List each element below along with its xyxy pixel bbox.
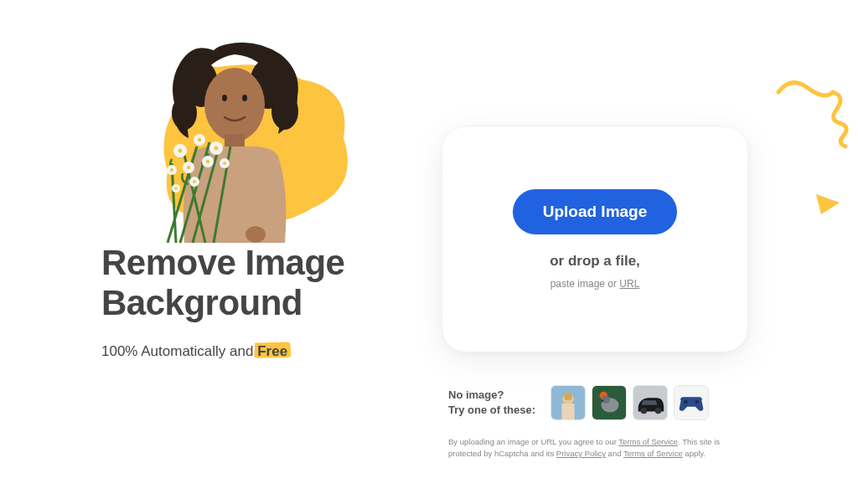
page-subhead: 100% Automatically and Free xyxy=(101,343,287,360)
legal-text-3: and xyxy=(606,449,623,458)
svg-point-24 xyxy=(223,162,226,165)
sample-images-row: No image? Try one of these: xyxy=(448,385,709,420)
squiggle-decoration xyxy=(774,71,858,155)
svg-point-39 xyxy=(695,400,699,404)
svg-point-20 xyxy=(214,147,219,151)
free-badge: Free xyxy=(257,343,287,360)
sample-thumb-controller[interactable] xyxy=(674,385,709,420)
svg-point-25 xyxy=(193,180,196,183)
sample-thumbnails xyxy=(550,385,709,420)
svg-point-4 xyxy=(204,68,265,141)
free-badge-text: Free xyxy=(257,343,287,359)
drop-file-text: or drop a file, xyxy=(550,253,640,270)
tos-link[interactable]: Terms of Service xyxy=(618,437,678,446)
legal-prefix-1: By uploading an image or URL you agree t… xyxy=(448,437,618,446)
upload-image-button[interactable]: Upload Image xyxy=(513,189,678,234)
svg-point-38 xyxy=(684,400,688,404)
svg-point-33 xyxy=(602,395,610,404)
svg-point-3 xyxy=(271,93,298,130)
paste-hint: paste image or URL xyxy=(550,278,640,290)
sample-prompt-line-2: Try one of these: xyxy=(448,404,535,416)
svg-rect-29 xyxy=(561,404,574,419)
privacy-policy-link[interactable]: Privacy Policy xyxy=(556,449,606,458)
hero-image xyxy=(126,38,352,247)
sample-thumb-car[interactable] xyxy=(633,385,668,420)
sample-thumb-bird[interactable] xyxy=(592,385,627,420)
svg-point-6 xyxy=(242,95,247,101)
triangle-decoration xyxy=(814,193,841,216)
legal-text-4: apply. xyxy=(683,449,706,458)
hcaptcha-tos-link[interactable]: Terms of Service xyxy=(623,449,683,458)
svg-point-8 xyxy=(246,226,266,243)
svg-point-35 xyxy=(641,408,648,414)
upload-card[interactable]: Upload Image or drop a file, paste image… xyxy=(442,127,747,352)
legal-text: By uploading an image or URL you agree t… xyxy=(448,436,750,460)
page-headline: Remove Image Background xyxy=(101,243,344,324)
sample-thumb-person[interactable] xyxy=(550,385,586,420)
subhead-prefix: 100% Automatically and xyxy=(101,343,257,359)
person-photo xyxy=(134,38,335,247)
svg-point-36 xyxy=(655,408,662,414)
headline-line-2: Background xyxy=(101,283,302,322)
svg-point-18 xyxy=(178,149,183,153)
paste-prefix: paste image or xyxy=(550,278,620,290)
svg-point-22 xyxy=(206,160,209,163)
sample-prompt-line-1: No image? xyxy=(448,388,504,401)
svg-point-23 xyxy=(170,168,173,172)
svg-point-21 xyxy=(187,166,190,169)
paste-url-link[interactable]: URL xyxy=(619,278,639,290)
svg-point-5 xyxy=(222,95,227,101)
sample-prompt: No image? Try one of these: xyxy=(448,388,535,418)
svg-point-2 xyxy=(172,96,197,130)
svg-point-19 xyxy=(198,138,201,141)
headline-line-1: Remove Image xyxy=(101,243,344,282)
svg-point-26 xyxy=(174,187,178,190)
